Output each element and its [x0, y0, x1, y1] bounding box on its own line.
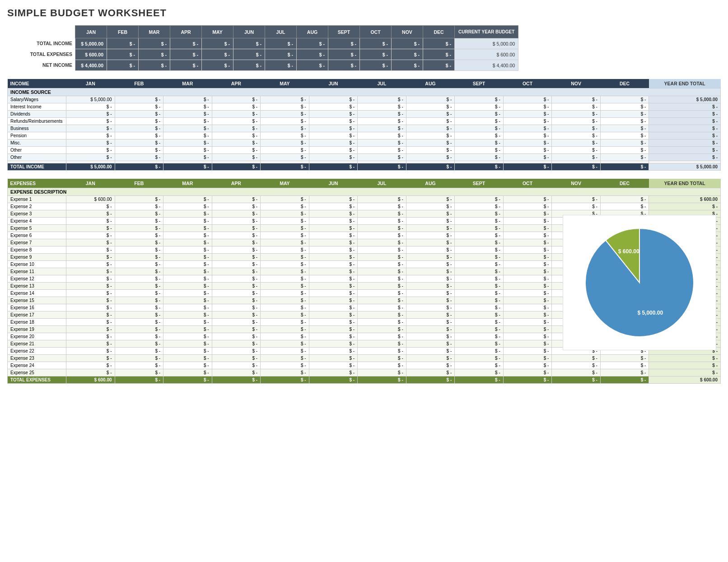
income-row-label: Dividends	[8, 111, 66, 118]
expenses-cell: $ -	[163, 275, 212, 283]
income-year-end-header: YEAR END TOTAL	[649, 79, 721, 88]
income-total-year-end: $ 5,000.00	[649, 163, 721, 171]
expenses-cell: $ -	[261, 261, 309, 268]
expenses-cell: $ -	[309, 268, 358, 275]
expenses-cell: $ -	[309, 196, 358, 203]
summary-row: $ 5,000.00$ -$ -$ -$ -$ -$ -$ -$ -$ -$ -…	[75, 38, 518, 49]
income-data-row: Misc.$ -$ -$ -$ -$ -$ -$ -$ -$ -$ -$ -$ …	[8, 139, 721, 147]
income-cell: $ -	[163, 154, 212, 161]
expenses-cell: $ -	[455, 225, 504, 232]
expenses-row-label: Expense 1	[8, 196, 66, 203]
income-month-header-aug: AUG	[406, 79, 455, 88]
expenses-cell: $ -	[309, 333, 358, 340]
expenses-cell: $ -	[66, 246, 115, 254]
income-cell: $ -	[309, 154, 358, 161]
expenses-data-row: Expense 23$ -$ -$ -$ -$ -$ -$ -$ -$ -$ -…	[8, 355, 721, 362]
income-year-end-cell: $ -	[649, 111, 721, 118]
expenses-cell: $ -	[66, 218, 115, 225]
income-row-label: Other	[8, 154, 66, 161]
expenses-cell: $ -	[358, 304, 406, 311]
expenses-total-cell: $ -	[552, 376, 601, 384]
expenses-cell: $ -	[212, 333, 261, 340]
expenses-section: EXPENSES JANFEBMARAPRMAYJUNJULAUGSEPTOCT…	[7, 179, 721, 384]
expenses-cell: $ -	[261, 203, 309, 210]
income-cell: $ -	[455, 96, 504, 103]
income-cell: $ -	[309, 103, 358, 111]
expenses-cell: $ -	[309, 311, 358, 319]
income-row-label: Other	[8, 147, 66, 154]
income-cell: $ -	[358, 154, 406, 161]
expenses-cell: $ -	[455, 254, 504, 261]
income-data-row: Other$ -$ -$ -$ -$ -$ -$ -$ -$ -$ -$ -$ …	[8, 147, 721, 154]
expenses-row-label: Expense 12	[8, 275, 66, 283]
income-cell: $ -	[309, 147, 358, 154]
income-month-header-mar: MAR	[163, 79, 212, 88]
expenses-cell: $ -	[212, 261, 261, 268]
expenses-row-label: Expense 21	[8, 340, 66, 348]
expenses-cell: $ -	[115, 246, 163, 254]
expenses-total-cell: $ -	[600, 376, 649, 384]
income-cell: $ -	[115, 103, 163, 111]
summary-month-header-dec: DEC	[423, 26, 455, 38]
expenses-cell: $ -	[261, 326, 309, 333]
expenses-cell: $ -	[455, 246, 504, 254]
expenses-subheader-row: EXPENSE DESCRIPTION	[8, 188, 721, 196]
expenses-cell: $ -	[261, 218, 309, 225]
summary-cell: $ -	[202, 60, 233, 71]
expenses-cell: $ -	[406, 355, 455, 362]
expenses-cell: $ -	[115, 254, 163, 261]
expenses-cell: $ -	[261, 333, 309, 340]
expenses-row-label: Expense 24	[8, 362, 66, 369]
expenses-cell: $ -	[309, 225, 358, 232]
expenses-cell: $ -	[358, 210, 406, 218]
summary-cell: $ -	[392, 60, 423, 71]
summary-month-header-may: MAY	[202, 26, 233, 38]
expenses-cell: $ -	[503, 232, 552, 239]
expenses-row-label: Expense 9	[8, 254, 66, 261]
expenses-cell: $ -	[406, 210, 455, 218]
income-cell: $ -	[163, 96, 212, 103]
expenses-cell: $ -	[261, 254, 309, 261]
income-cell: $ -	[455, 139, 504, 147]
expenses-cell: $ -	[358, 283, 406, 290]
expenses-cell: $ -	[212, 362, 261, 369]
expenses-cell: $ -	[309, 297, 358, 304]
income-header-label: INCOME	[8, 79, 66, 88]
income-cell: $ -	[163, 103, 212, 111]
income-month-header-may: MAY	[261, 79, 309, 88]
expenses-cell: $ -	[261, 319, 309, 326]
income-total-cell: $ -	[503, 163, 552, 171]
income-cell: $ -	[212, 125, 261, 132]
income-cell: $ -	[261, 96, 309, 103]
income-cell: $ -	[503, 147, 552, 154]
expenses-cell: $ -	[406, 225, 455, 232]
income-cell: $ -	[66, 139, 115, 147]
expenses-cell: $ -	[212, 311, 261, 319]
expenses-cell: $ -	[212, 283, 261, 290]
expenses-cell: $ -	[455, 311, 504, 319]
income-cell: $ -	[600, 111, 649, 118]
expenses-cell: $ -	[212, 275, 261, 283]
expenses-cell: $ -	[406, 196, 455, 203]
expenses-cell: $ -	[406, 348, 455, 355]
expenses-month-header-feb: FEB	[115, 179, 163, 188]
summary-cell: $ -	[392, 49, 423, 60]
expenses-cell: $ -	[163, 218, 212, 225]
expenses-cell: $ -	[503, 210, 552, 218]
expenses-cell: $ -	[503, 304, 552, 311]
expenses-cell: $ -	[212, 246, 261, 254]
expenses-total-cell: $ -	[406, 376, 455, 384]
income-data-row: Refunds/Reimbursements$ -$ -$ -$ -$ -$ -…	[8, 118, 721, 125]
expenses-cell: $ -	[212, 225, 261, 232]
expenses-cell: $ -	[309, 218, 358, 225]
expenses-cell: $ -	[406, 239, 455, 246]
income-cell: $ -	[358, 132, 406, 139]
income-cell: $ -	[552, 111, 601, 118]
summary-cell: $ -	[423, 60, 455, 71]
income-total-cell: $ -	[163, 163, 212, 171]
summary-row: $ 4,400.00$ -$ -$ -$ -$ -$ -$ -$ -$ -$ -…	[75, 60, 518, 71]
summary-month-header-aug: AUG	[297, 26, 328, 38]
income-cell: $ -	[600, 132, 649, 139]
expenses-month-header-jun: JUN	[309, 179, 358, 188]
pie-chart-container: $ 5,000.00$ 600.00	[563, 215, 716, 350]
